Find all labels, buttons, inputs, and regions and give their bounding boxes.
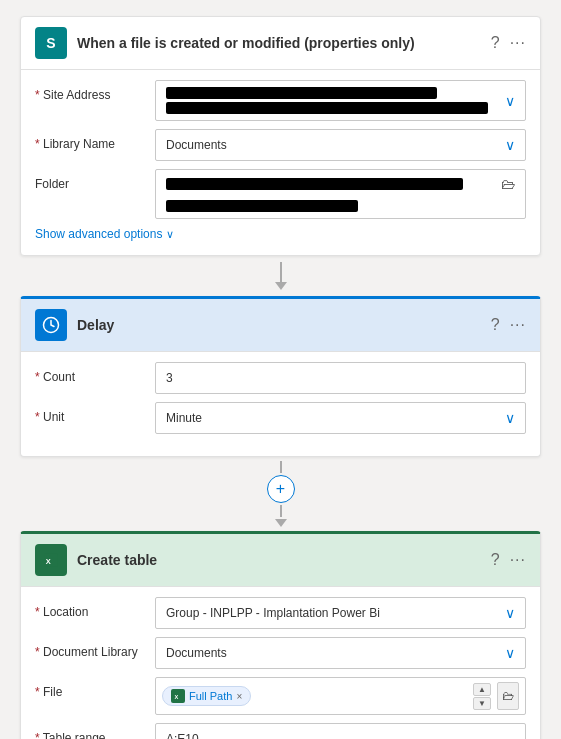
file-input-actions: ▲ ▼	[473, 683, 491, 710]
doc-library-chevron: ∨	[505, 645, 515, 661]
location-input-wrap: Group - INPLPP - Implantation Power Bi ∨	[155, 597, 526, 629]
chip-close-button[interactable]: ×	[236, 691, 242, 702]
redacted-line-2	[166, 102, 488, 114]
library-name-value: Documents	[166, 138, 227, 152]
delay-help-icon[interactable]: ?	[491, 316, 500, 334]
count-label: Count	[35, 362, 155, 384]
folder-redacted-2	[166, 200, 358, 212]
count-row: Count	[35, 362, 526, 394]
file-input-wrap: X Full Path × ▲ ▼ 🗁	[155, 677, 526, 715]
file-row: File X Full Path × ▲	[35, 677, 526, 715]
chip-x-icon: X	[173, 691, 183, 701]
site-address-dropdown[interactable]: ∨	[155, 80, 526, 121]
svg-text:X: X	[46, 557, 51, 566]
doc-library-input-wrap: Documents ∨	[155, 637, 526, 669]
folder-input-box[interactable]: 🗁	[155, 169, 526, 219]
count-input[interactable]	[155, 362, 526, 394]
create-table-card: X Create table ? ··· Location Group - IN…	[20, 531, 541, 739]
file-input-box[interactable]: X Full Path × ▲ ▼ 🗁	[155, 677, 526, 715]
site-address-redacted	[166, 87, 505, 114]
doc-library-row: Document Library Documents ∨	[35, 637, 526, 669]
folder-row: Folder 🗁	[35, 169, 526, 219]
location-label: Location	[35, 597, 155, 619]
doc-library-value: Documents	[166, 646, 227, 660]
create-table-header: X Create table ? ···	[21, 534, 540, 587]
unit-label: Unit	[35, 402, 155, 424]
count-input-wrap	[155, 362, 526, 394]
trigger-title: When a file is created or modified (prop…	[77, 35, 491, 51]
svg-text:X: X	[174, 694, 178, 700]
trigger-icon-letter: S	[46, 35, 55, 51]
delay-body: Count Unit Minute ∨	[21, 352, 540, 456]
arrow-down-2	[275, 519, 287, 527]
advanced-options-link[interactable]: Show advanced options ∨	[35, 227, 526, 241]
advanced-options-chevron: ∨	[166, 228, 174, 241]
create-table-menu-icon[interactable]: ···	[510, 551, 526, 569]
file-label: File	[35, 677, 155, 699]
table-range-label: Table range	[35, 723, 155, 739]
table-range-row: Table range	[35, 723, 526, 739]
location-chevron: ∨	[505, 605, 515, 621]
library-name-input-wrap: Documents ∨	[155, 129, 526, 161]
site-address-label: Site Address	[35, 80, 155, 102]
library-name-dropdown[interactable]: Documents ∨	[155, 129, 526, 161]
advanced-options-label: Show advanced options	[35, 227, 162, 241]
create-table-title: Create table	[77, 552, 491, 568]
delay-card: Delay ? ··· Count Unit Minute ∨	[20, 296, 541, 457]
location-value: Group - INPLPP - Implantation Power Bi	[166, 606, 380, 620]
site-address-input-wrap: ∨	[155, 80, 526, 121]
create-table-actions: ? ···	[491, 551, 526, 569]
unit-value: Minute	[166, 411, 202, 425]
file-folder-button[interactable]: 🗁	[497, 682, 519, 710]
trigger-icon-box: S	[35, 27, 67, 59]
doc-library-dropdown[interactable]: Documents ∨	[155, 637, 526, 669]
excel-icon: X	[42, 551, 60, 569]
connector-line-2b	[280, 505, 282, 517]
create-table-help-icon[interactable]: ?	[491, 551, 500, 569]
trigger-help-icon[interactable]: ?	[491, 34, 500, 52]
delay-header: Delay ? ···	[21, 299, 540, 352]
folder-row-1: 🗁	[166, 176, 515, 192]
connector-2: +	[267, 461, 295, 527]
doc-library-label: Document Library	[35, 637, 155, 659]
connector-line-2a	[280, 461, 282, 473]
add-step-button[interactable]: +	[267, 475, 295, 503]
trigger-actions: ? ···	[491, 34, 526, 52]
trigger-body: Site Address ∨ Library Name Documents ∨	[21, 70, 540, 255]
connector-line-1	[280, 262, 282, 282]
folder-label: Folder	[35, 169, 155, 191]
folder-input-wrap: 🗁	[155, 169, 526, 219]
site-address-chevron: ∨	[505, 93, 515, 109]
unit-chevron: ∨	[505, 410, 515, 426]
library-name-label: Library Name	[35, 129, 155, 151]
location-dropdown[interactable]: Group - INPLPP - Implantation Power Bi ∨	[155, 597, 526, 629]
file-action-up[interactable]: ▲	[473, 683, 491, 696]
unit-input-wrap: Minute ∨	[155, 402, 526, 434]
delay-title: Delay	[77, 317, 491, 333]
site-address-row: Site Address ∨	[35, 80, 526, 121]
chip-label: Full Path	[189, 690, 232, 702]
delay-menu-icon[interactable]: ···	[510, 316, 526, 334]
folder-redacted-1	[166, 178, 463, 190]
create-table-body: Location Group - INPLPP - Implantation P…	[21, 587, 540, 739]
table-range-input-wrap	[155, 723, 526, 739]
folder-row-2	[166, 200, 515, 212]
redacted-line-1	[166, 87, 437, 99]
file-chip: X Full Path ×	[162, 686, 251, 706]
table-range-input[interactable]	[155, 723, 526, 739]
create-table-icon-box: X	[35, 544, 67, 576]
location-row: Location Group - INPLPP - Implantation P…	[35, 597, 526, 629]
trigger-card: S When a file is created or modified (pr…	[20, 16, 541, 256]
folder-icon[interactable]: 🗁	[501, 176, 515, 192]
delay-actions: ? ···	[491, 316, 526, 334]
file-action-down[interactable]: ▼	[473, 697, 491, 710]
delay-icon-box	[35, 309, 67, 341]
arrow-down-1	[275, 282, 287, 290]
chip-excel-icon: X	[171, 689, 185, 703]
unit-dropdown[interactable]: Minute ∨	[155, 402, 526, 434]
plus-icon: +	[276, 481, 285, 497]
trigger-menu-icon[interactable]: ···	[510, 34, 526, 52]
delay-clock-icon	[42, 316, 60, 334]
library-name-row: Library Name Documents ∨	[35, 129, 526, 161]
library-name-chevron: ∨	[505, 137, 515, 153]
